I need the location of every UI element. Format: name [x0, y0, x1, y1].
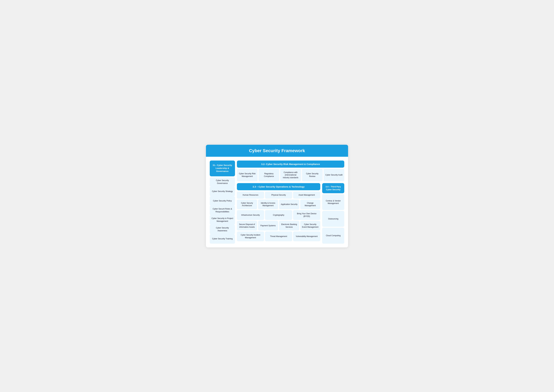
section-33-cell: Asset Management: [293, 191, 320, 199]
section-32-cell: Cyber Security Review: [302, 169, 323, 181]
left-column-item: Cyber Security Training: [210, 234, 235, 244]
section-33-cell: Threat Management: [265, 231, 292, 241]
section-34-header: 3.4 – Third Pary Cyber Security: [322, 183, 344, 193]
section-33-cell: Change Management: [300, 200, 320, 209]
section-33-cell: Infrastructure Security: [237, 210, 264, 220]
section-33-cell: Human Resources: [237, 191, 264, 199]
left-column-item: Cyber Security Policy: [210, 196, 235, 206]
left-column-item: Cyber Security Strategy: [210, 187, 235, 196]
section-33: 3.3 – Cyber Security Operations & Techno…: [237, 183, 320, 244]
section-32-cells: Cyber Security Risk ManagementRegulatory…: [237, 169, 344, 181]
section-33-cell: Payment Systems: [258, 221, 278, 231]
section-33-row: Cyber Securiy ArchitectureIdentity & Acc…: [237, 200, 320, 209]
bottom-row: 3.3 – Cyber Security Operations & Techno…: [237, 183, 344, 244]
section-31-header: 31.- Cyber Security Leadership & Governa…: [210, 161, 235, 176]
section-34-cell: Outsourcing: [322, 211, 344, 227]
section-33-cell: Electronic Banking Services: [279, 221, 299, 231]
left-column-item: Cyber Security Governance: [210, 177, 235, 187]
section-32-cell: Regulatory Compliance: [258, 169, 279, 181]
right-area: 3.2- Cyber Security Risk Management & Co…: [237, 161, 344, 244]
left-column-item: Cyber Security Awareness: [210, 225, 235, 234]
left-column: 31.- Cyber Security Leadership & Governa…: [210, 161, 235, 244]
section-33-cell: Bring Your Own Device (BYOD): [293, 210, 320, 220]
left-column-item: Cyber Security in Project Management: [210, 215, 235, 225]
section-33-cell: Vulnerability Management: [293, 231, 320, 241]
section-34-cell: Cloud Computing: [322, 228, 344, 244]
page-title: Cyber Security Framework: [211, 148, 343, 153]
section-33-header: 3.3 – Cyber Security Operations & Techno…: [237, 183, 320, 190]
section-33-cell: Physical Security: [265, 191, 292, 199]
section-32-cell: Cyber Security Risk Management: [237, 169, 257, 181]
section-33-cell: Cyber Security Incident Management: [237, 231, 264, 241]
section-33-cell: Cyber Securiy Architecture: [237, 200, 257, 209]
section-33-cell: Identity & Access Management: [258, 200, 278, 209]
section-33-cell: Cryptography: [265, 210, 292, 220]
section-32-cell: Cyber Security Audit: [324, 169, 344, 181]
section-33-cell: Application Security: [279, 200, 299, 209]
section-33-cell: Cyber Security Event Management: [300, 221, 320, 231]
main-content: 31.- Cyber Security Leadership & Governa…: [206, 157, 348, 247]
page-header: Cyber Security Framework: [206, 145, 348, 157]
section-33-grid: Human ResourcesPhysical SecurityAsset Ma…: [237, 191, 320, 241]
left-column-item: Cyber Securit Roles & Responsibilities: [210, 206, 235, 215]
section-33-row: Human ResourcesPhysical SecurityAsset Ma…: [237, 191, 320, 199]
left-items-container: Cyber Security GovernanceCyber Security …: [210, 177, 235, 244]
section-33-cell: Secure Disposal of information Assets: [237, 221, 257, 231]
section-33-row: Cyber Security Incident ManagementThreat…: [237, 231, 320, 241]
section-34-cells: Contrac & Vendor ManagementOutsourcingCl…: [322, 194, 344, 244]
page-wrapper: Cyber Security Framework 31.- Cyber Secu…: [206, 145, 348, 247]
section-32-cell: Compliance with (inter)national industry…: [280, 169, 301, 181]
section-32: 3.2- Cyber Security Risk Management & Co…: [237, 161, 344, 181]
section-34: 3.4 – Third Pary Cyber Security Contrac …: [322, 183, 344, 244]
section-34-cell: Contrac & Vendor Management: [322, 194, 344, 210]
section-33-row: Infrastructure SecurityCryptographyBring…: [237, 210, 320, 220]
section-33-row: Secure Disposal of information AssetsPay…: [237, 221, 320, 231]
section-32-header: 3.2- Cyber Security Risk Management & Co…: [237, 161, 344, 168]
